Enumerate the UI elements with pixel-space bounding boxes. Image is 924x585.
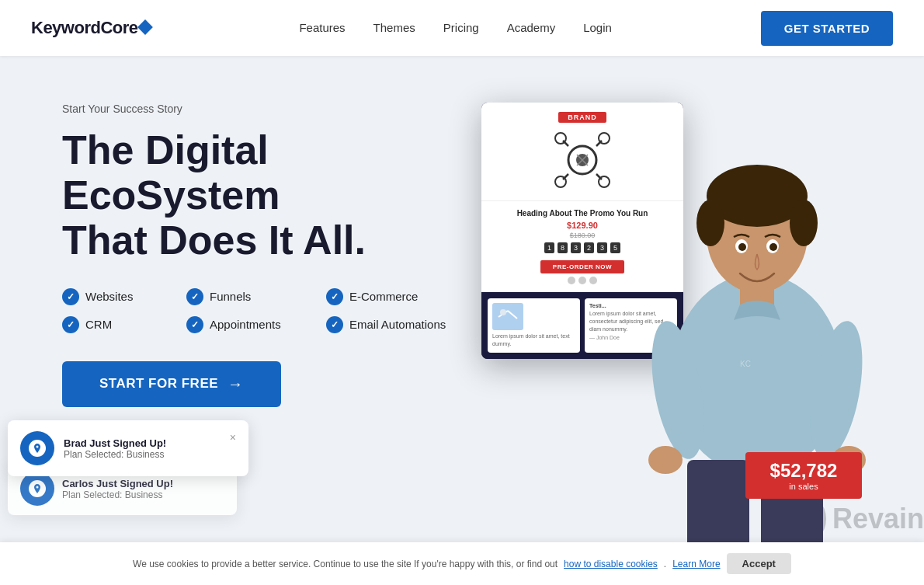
nav-item-pricing[interactable]: Pricing [443,21,479,35]
drone-svg [551,129,613,191]
cookie-text: We use cookies to provide a better servi… [133,559,558,569]
nav-menu: Features Themes Pricing Academy Login [299,21,611,35]
hero-title-line2: That Does It All. [62,218,366,263]
sales-badge: $52,782 in sales [745,452,862,499]
nav-link-login[interactable]: Login [583,21,612,34]
check-icon-crm [62,316,79,333]
notification-2-name: Carlos Just Signed Up! [62,478,224,489]
svg-point-7 [599,133,610,144]
notification-text: Brad Just Signed Up! Plan Selected: Busi… [64,437,221,460]
preorder-button[interactable]: PRE-ORDER NOW [540,260,624,273]
start-for-free-button[interactable]: START FOR FREE → [62,361,281,407]
product-image [551,129,613,191]
feature-label-crm: CRM [85,318,112,331]
mini-card-2-title: Testi... [589,303,606,308]
svg-point-34 [36,486,39,489]
countdown-3b: 3 [597,242,607,253]
svg-point-24 [648,446,683,474]
nav-item-login[interactable]: Login [583,21,612,35]
sales-label: in sales [758,482,849,491]
svg-point-31 [769,243,777,251]
logo-text: KeywordCore [31,18,138,38]
svg-point-30 [738,243,746,251]
cookie-disable-link[interactable]: how to disable cookies [564,559,658,569]
sales-amount: $52,782 [758,460,849,482]
cookie-accept-button[interactable]: Accept [727,553,791,574]
arrow-right-icon: → [228,375,244,393]
brand-badge: BRAND [558,112,606,123]
location-icon-2 [32,483,43,494]
nav-item-themes[interactable]: Themes [373,21,415,35]
notification-close-button[interactable]: × [230,431,236,444]
cookie-learn-more-link[interactable]: Learn More [672,559,720,569]
nav-item-features[interactable]: Features [299,21,345,35]
mini-card-text-1: Lorem ipsum dolor sit amet, text dummy. [492,333,575,348]
feature-websites: Websites [62,288,186,305]
svg-point-19 [696,200,724,246]
svg-point-33 [36,446,39,448]
check-icon-ecommerce [326,288,343,305]
hero-right: BRAND [435,95,877,530]
nav-link-pricing[interactable]: Pricing [443,21,479,34]
countdown-3: 3 [571,242,581,253]
nav-link-academy[interactable]: Academy [507,21,556,34]
notification-icon [20,431,54,465]
mini-card-img-1 [492,303,523,330]
countdown-2: 2 [584,242,594,253]
nav-link-themes[interactable]: Themes [373,21,415,34]
mini-card-1: Lorem ipsum dolor sit amet, text dummy. [488,298,580,353]
notification-icon-inner [29,440,46,457]
countdown-1: 1 [544,242,554,253]
social-dot-3 [589,277,597,284]
notification-2-text: Carlos Just Signed Up! Plan Selected: Bu… [62,478,224,500]
location-icon [32,443,43,454]
navbar: KeywordCore Features Themes Pricing Acad… [0,0,924,56]
svg-text:KC: KC [740,360,751,368]
feature-label-appointments: Appointments [210,318,281,331]
notification-name: Brad Just Signed Up! [64,437,221,449]
countdown-8: 8 [558,242,568,253]
logo[interactable]: KeywordCore [31,18,151,38]
social-dot-1 [568,277,575,284]
check-icon-email-automations [326,316,343,333]
svg-point-20 [790,200,818,246]
check-icon-funnels [186,288,203,305]
feature-crm: CRM [62,316,186,333]
notification-2-icon-inner [29,480,46,497]
svg-point-8 [555,176,566,187]
hero-subtitle: Start Your Success Story [62,103,466,115]
check-icon-websites [62,288,79,305]
svg-rect-12 [494,308,522,328]
logo-diamond-icon [137,19,153,35]
nav-item-academy[interactable]: Academy [507,21,556,35]
feature-appointments: Appointments [186,316,326,333]
hero-title: The Digital EcoSystem That Does It All. [62,127,466,263]
feature-grid: Websites Funnels E-Commerce CRM Appointm… [62,288,466,333]
cookie-separator: . [664,559,666,569]
social-dot-2 [578,277,586,284]
notification-desc: Plan Selected: Business [64,449,221,460]
get-started-button[interactable]: GET STARTED [761,11,893,46]
hero-left: Start Your Success Story The Digital Eco… [62,95,466,407]
nav-link-features[interactable]: Features [299,21,345,34]
feature-label-ecommerce: E-Commerce [349,290,418,303]
cookie-banner: We use cookies to provide a better servi… [0,542,924,585]
svg-point-6 [555,133,566,144]
notification-popup[interactable]: Brad Just Signed Up! Plan Selected: Busi… [8,420,248,476]
feature-label-email-automations: Email Automations [349,318,446,331]
notification-2-icon [20,472,54,506]
start-btn-label: START FOR FREE [99,376,218,392]
notification-2-desc: Plan Selected: Business [62,489,224,500]
check-icon-appointments [186,316,203,333]
feature-label-funnels: Funnels [210,290,251,303]
svg-point-15 [500,309,506,315]
feature-label-websites: Websites [85,290,133,303]
feature-funnels: Funnels [186,288,326,305]
svg-point-9 [599,176,610,187]
hero-title-line1: The Digital EcoSystem [62,127,280,218]
